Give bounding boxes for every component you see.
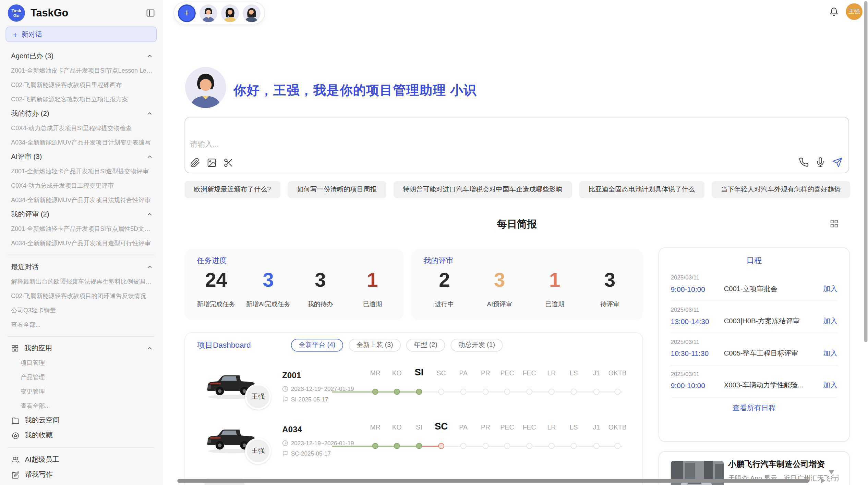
milestone-dot	[504, 389, 510, 395]
new-chat-button[interactable]: + 新对话	[5, 27, 157, 42]
stat-overdue: 1 已逾期	[347, 268, 399, 308]
suggestion-chip[interactable]: 当下年轻人对汽车外观有怎样的喜好趋势	[712, 181, 850, 198]
sidebar-item[interactable]: Z001-全新燃油轻卡产品开发项目SI节点属性5D文件评审	[0, 222, 162, 236]
milestone-dot	[614, 389, 620, 395]
sidebar-item[interactable]: C02-飞腾新能源轻客改款项目立项汇报方案	[0, 92, 162, 106]
app-item-product-mgmt[interactable]: 产品管理	[0, 370, 162, 384]
paperclip-icon[interactable]	[190, 158, 200, 168]
sidebar-item[interactable]: C0X4-动力总成开发项目工程变更评审	[0, 178, 162, 192]
tab-all-new-platform[interactable]: 全新平台 (4)	[291, 339, 343, 351]
sidebar-item-help-me-write[interactable]: 帮我写作	[0, 467, 162, 482]
horizontal-scrollbar[interactable]	[177, 479, 809, 483]
schedule-event: 2025/03/11 9:00-10:00 C001-立项审批会 加入	[671, 269, 837, 301]
milestone-label: PA	[459, 424, 468, 432]
agent-avatar[interactable]	[221, 4, 239, 22]
notifications-bell-icon[interactable]	[829, 7, 839, 16]
sidebar-item[interactable]: C0X4-动力总成开发项目SI里程碑提交物检查	[0, 121, 162, 135]
section-header-my-todo[interactable]: 我的待办 (2)	[0, 106, 162, 121]
recent-chat-item[interactable]: C02-飞腾新能源轻客改款项目的闭环通告反馈情况	[0, 288, 162, 303]
suggestion-chip[interactable]: 如何写一份清晰的项目周报	[288, 181, 386, 198]
dashboard-title: 项目Dashboard	[197, 340, 291, 350]
join-button[interactable]: 加入	[823, 284, 837, 294]
milestone-label: PR	[481, 369, 490, 377]
milestone-dot-done	[394, 443, 400, 449]
app-item-change-mgmt[interactable]: 变更管理	[0, 384, 162, 399]
timeline-line-future	[422, 391, 622, 393]
milestone-label: J1	[593, 424, 600, 432]
sidebar-item[interactable]: Z001-全新燃油轻卡产品开发项目SI造型提交物评审	[0, 164, 162, 178]
agent-avatar[interactable]	[200, 4, 217, 22]
tab-powertrain-dev[interactable]: 动总开发 (1)	[451, 339, 503, 351]
schedule-title: 日程	[671, 256, 837, 266]
sidebar-item[interactable]: C02-飞腾新能源轻客改款项目里程碑画布	[0, 77, 162, 92]
main-content: + 王强 你好，王强，我是你的项目管理助理 小识 请输入...	[162, 0, 868, 485]
users-icon	[12, 456, 20, 464]
scroll-down-arrow-icon[interactable]	[829, 470, 834, 474]
sidebar-item[interactable]: A034-全新新能源MUV产品开发项目法规符合性评审	[0, 193, 162, 207]
milestone-label: LR	[547, 424, 556, 432]
scissors-icon[interactable]	[224, 158, 233, 168]
join-button[interactable]: 加入	[823, 348, 837, 358]
apps-grid-icon	[11, 344, 19, 352]
milestone-dot	[504, 443, 510, 449]
add-agent-button[interactable]: +	[178, 4, 196, 22]
suggestion-chip[interactable]: 特朗普可能对进口汽车增税会对中国车企造成哪些影响	[393, 181, 572, 198]
recent-chat-item[interactable]: 解释最新出台的欧盟报废车法规再生塑料比例被调至15%...	[0, 274, 162, 288]
sidebar-item-favorites[interactable]: 我的收藏	[0, 428, 162, 443]
section-header-ai-review[interactable]: AI评审 (3)	[0, 149, 162, 164]
suggestion-chip[interactable]: 比亚迪全固态电池计划具体说了什么	[579, 181, 704, 198]
event-title: C003|H0B-方案冻结评审	[724, 316, 823, 326]
user-avatar[interactable]: 王强	[846, 3, 863, 20]
sidebar-collapse-icon[interactable]	[146, 8, 155, 17]
sidebar-item[interactable]: A034-全新新能源MUV产品开发项目计划变更表编写	[0, 135, 162, 149]
microphone-icon[interactable]	[815, 157, 825, 167]
daily-briefing-title: 每日简报	[184, 217, 849, 231]
milestone-label: LS	[570, 369, 578, 377]
sidebar-item-cloud-space[interactable]: 我的云空间	[0, 413, 162, 428]
suggestion-chip[interactable]: 欧洲新规最近颁布了什么?	[184, 181, 280, 198]
greeting-text: 你好，王强，我是你的项目管理助理 小识	[233, 82, 477, 99]
join-button[interactable]: 加入	[823, 380, 837, 390]
section-header-agent-done[interactable]: Agent已办 (3)	[0, 49, 162, 63]
composer-left-icons	[190, 158, 233, 168]
divider	[8, 447, 154, 448]
briefing-layout-icon[interactable]	[830, 219, 839, 230]
section-header-recent-chats[interactable]: 最近对话	[0, 260, 162, 274]
help-me-write-label: 帮我写作	[25, 470, 53, 479]
card-title: 我的评审	[423, 256, 453, 266]
milestone-timeline: MR KO SI SC PA PR PEC FEC LR LS J1 OKTB	[185, 369, 642, 397]
view-all-schedule-link[interactable]: 查看所有日程	[671, 398, 837, 419]
vertical-scrollbar[interactable]	[864, 1, 868, 342]
milestone-dot	[593, 389, 600, 395]
recent-chat-item[interactable]: 公司Q3轻卡销量	[0, 303, 162, 317]
app-item-project-mgmt[interactable]: 项目管理	[0, 356, 162, 370]
sidebar-item[interactable]: A034-全新新能源MUV产品开发项目造型可行性评审	[0, 236, 162, 250]
tab-model-year[interactable]: 年型 (2)	[406, 339, 445, 351]
event-time: 10:30-11:30	[671, 349, 724, 357]
milestone-label: J1	[593, 369, 600, 377]
phone-icon[interactable]	[799, 157, 809, 167]
milestone-dot	[593, 443, 600, 449]
milestone-label: PEC	[501, 369, 514, 377]
send-icon[interactable]	[832, 157, 843, 168]
recent-chats-view-all[interactable]: 查看全部...	[0, 317, 162, 332]
agent-avatar[interactable]	[243, 4, 261, 22]
chevron-up-icon	[146, 153, 153, 160]
sidebar-item-creative-drawing[interactable]: 创意制图	[0, 482, 162, 485]
apps-view-all[interactable]: 查看全部...	[0, 399, 162, 413]
tab-new-body[interactable]: 全新上装 (3)	[349, 339, 401, 351]
sidebar-item-ai-super-staff[interactable]: AI超级员工	[0, 452, 162, 468]
sidebar-item[interactable]: Z001-全新燃油皮卡产品开发项目SI节点Lesson Learn报告	[0, 63, 162, 77]
event-date: 2025/03/11	[671, 274, 837, 281]
event-date: 2025/03/11	[671, 306, 837, 313]
section-header-my-apps[interactable]: 我的应用	[0, 341, 162, 356]
divider	[8, 255, 154, 256]
cloud-space-label: 我的云空间	[25, 416, 60, 425]
join-button[interactable]: 加入	[823, 316, 837, 326]
section-title: 我的待办 (2)	[11, 109, 146, 118]
image-icon[interactable]	[207, 158, 217, 168]
milestone-dot	[614, 443, 620, 449]
section-header-my-review[interactable]: 我的评审 (2)	[0, 207, 162, 222]
composer[interactable]: 请输入...	[184, 117, 849, 173]
scroll-right-arrow-icon[interactable]	[821, 478, 825, 483]
